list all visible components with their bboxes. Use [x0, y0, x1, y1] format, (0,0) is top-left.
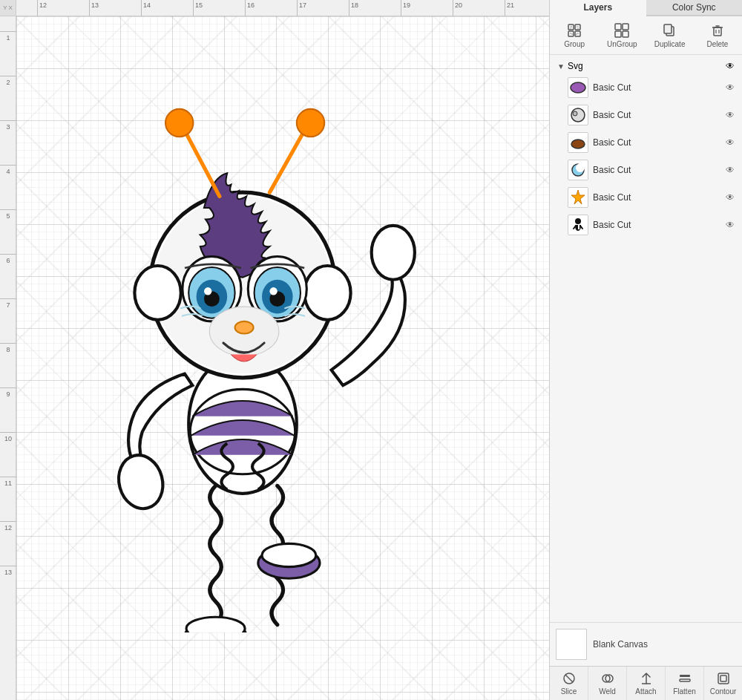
weld-icon	[600, 671, 615, 686]
layers-content[interactable]: ▼ Svg 👁 Basic Cut 👁	[550, 55, 742, 622]
ruler-top: Y X 12 13 14 15 16 17 18 19 20 21	[0, 0, 549, 16]
svg-group-header[interactable]: ▼ Svg 👁	[553, 58, 739, 74]
ruler-tick: 20	[453, 0, 462, 16]
ruler-v-tick: 9	[0, 387, 16, 399]
chevron-down-icon: ▼	[557, 62, 565, 71]
svg-point-46	[573, 111, 577, 116]
svg-eye-icon[interactable]: 👁	[726, 61, 735, 71]
svg-point-5	[304, 266, 350, 320]
tabs: Layers Color Sync	[550, 0, 742, 16]
flatten-button[interactable]: Flatten	[666, 667, 704, 700]
weld-label: Weld	[599, 687, 616, 696]
ruler-tick: 13	[89, 0, 99, 16]
ruler-h-ticks: 12 13 14 15 16 17 18 19 20 21	[16, 0, 549, 16]
delete-button[interactable]: Delete	[695, 19, 741, 51]
attach-icon	[639, 671, 654, 686]
right-panel: Layers Color Sync Group UnGroup Duplicat…	[549, 0, 742, 700]
blank-canvas-thumb	[556, 629, 587, 660]
svg-rect-62	[720, 676, 726, 681]
group-icon	[566, 22, 582, 39]
layer-name: Basic Cut	[593, 165, 721, 175]
svg-rect-60	[680, 679, 690, 681]
canvas-area: Y X 12 13 14 15 16 17 18 19 20 21 1 2 3 …	[0, 0, 549, 700]
weld-button[interactable]: Weld	[588, 667, 627, 700]
layer-item[interactable]: Basic Cut 👁	[553, 212, 739, 238]
ruler-corner: Y X	[0, 0, 16, 16]
layer-name: Basic Cut	[593, 110, 721, 120]
ruler-tick: 21	[505, 0, 514, 16]
layer-item[interactable]: Basic Cut 👁	[553, 74, 739, 101]
bottom-toolbar: Slice Weld Attach Flatten Contour	[550, 666, 742, 700]
svg-point-51	[575, 218, 581, 224]
ruler-v-tick: 3	[0, 120, 16, 132]
duplicate-button[interactable]: Duplicate	[647, 19, 693, 51]
ruler-tick: 16	[245, 0, 255, 16]
slice-button[interactable]: Slice	[550, 667, 588, 700]
svg-point-14	[204, 287, 211, 295]
eye-icon[interactable]: 👁	[726, 192, 735, 203]
ruler-v-tick: 2	[0, 76, 16, 88]
ruler-v-tick: 1	[0, 31, 16, 43]
layer-name: Basic Cut	[593, 220, 721, 230]
layer-thumb	[568, 105, 588, 125]
ungroup-label: UnGroup	[607, 40, 637, 48]
svg-line-55	[565, 675, 573, 682]
layer-item[interactable]: Basic Cut 👁	[553, 129, 739, 156]
svg-rect-38	[664, 24, 672, 33]
svg-point-19	[165, 109, 193, 137]
duplicate-icon	[662, 22, 678, 39]
bee-character-svg	[39, 53, 447, 632]
ruler-tick: 17	[297, 0, 306, 16]
ruler-v-tick: 7	[0, 298, 16, 310]
tab-color-sync[interactable]: Color Sync	[646, 0, 743, 16]
tab-layers[interactable]: Layers	[550, 0, 646, 16]
blank-canvas-area: Blank Canvas	[550, 622, 742, 666]
svg-point-17	[235, 321, 254, 334]
eye-icon[interactable]: 👁	[726, 165, 735, 175]
attach-button[interactable]: Attach	[627, 667, 666, 700]
ungroup-icon	[614, 22, 630, 39]
svg-rect-34	[623, 24, 628, 30]
ruler-v-tick: 11	[0, 477, 16, 488]
duplicate-label: Duplicate	[654, 40, 686, 48]
contour-label: Contour	[710, 687, 737, 696]
layer-thumb	[568, 77, 588, 98]
layer-item[interactable]: Basic Cut 👁	[553, 184, 739, 211]
svg-point-49	[576, 163, 585, 172]
svg-point-47	[571, 140, 585, 148]
ruler-tick: 14	[141, 0, 151, 16]
layer-name: Basic Cut	[593, 192, 721, 203]
ruler-tick: 12	[37, 0, 47, 16]
contour-icon	[716, 671, 731, 686]
flatten-label: Flatten	[673, 687, 696, 696]
slice-icon	[562, 671, 577, 686]
eye-icon[interactable]: 👁	[726, 137, 735, 148]
eye-icon[interactable]: 👁	[726, 82, 735, 93]
svg-point-25	[186, 617, 245, 632]
layer-item[interactable]: Basic Cut 👁	[553, 157, 739, 183]
svg-line-20	[269, 131, 304, 192]
character-container	[39, 53, 447, 632]
layer-item[interactable]: Basic Cut 👁	[553, 102, 739, 128]
svg-rect-61	[718, 673, 729, 684]
svg-marker-50	[571, 190, 585, 204]
delete-label: Delete	[706, 40, 728, 48]
svg-point-21	[297, 109, 324, 137]
grid-canvas[interactable]	[16, 16, 549, 700]
svg-point-4	[134, 266, 180, 320]
layer-name: Basic Cut	[593, 137, 721, 148]
svg-rect-35	[615, 31, 621, 37]
svg-group-label: Svg	[568, 61, 583, 71]
flatten-icon	[677, 671, 692, 686]
ruler-v-tick: 13	[0, 566, 16, 578]
ruler-v-tick: 8	[0, 343, 16, 355]
svg-point-27	[262, 543, 316, 566]
contour-button[interactable]: Contour	[704, 667, 742, 700]
group-button[interactable]: Group	[551, 19, 597, 51]
svg-point-22	[372, 226, 415, 280]
ruler-tick: 18	[349, 0, 358, 16]
delete-icon	[709, 22, 726, 39]
ungroup-button[interactable]: UnGroup	[599, 19, 645, 51]
eye-icon[interactable]: 👁	[726, 110, 735, 120]
eye-icon[interactable]: 👁	[726, 220, 735, 230]
